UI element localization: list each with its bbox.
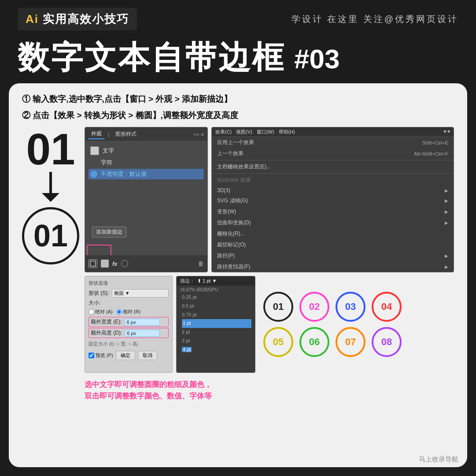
panel-icon-expand: >> bbox=[194, 132, 199, 137]
tab-appearance[interactable]: 外观 bbox=[89, 129, 104, 139]
effect-pathfinder[interactable]: 路径查找器(F) ▶ bbox=[212, 261, 454, 272]
step2-text: ② 点击【效果 > 转换为形状 > 椭圆】,调整额外宽度及高度 bbox=[22, 109, 454, 122]
panel-header: 外观 | 图形样式 >> ≡ bbox=[85, 127, 207, 141]
circle-05: 05 bbox=[263, 327, 293, 357]
row-text-label: 文字 bbox=[103, 147, 114, 155]
brand-rest: 实用高效小技巧 bbox=[39, 12, 129, 26]
fixed-size-row: 固定大小 (I): ○ 宽: ○ 高: bbox=[89, 341, 169, 347]
circle-06: 06 bbox=[299, 327, 329, 357]
extra-height-label: 额外高度 (D): bbox=[91, 329, 122, 337]
apply-last-effect[interactable]: 应用上一个效果 Shift+Ctrl+E bbox=[212, 137, 454, 148]
pt-2: 2 pt bbox=[182, 329, 190, 335]
circles-row-2: 05 06 07 08 bbox=[263, 327, 402, 357]
extra-width-input[interactable]: 6 px bbox=[125, 319, 160, 326]
last-effect[interactable]: 上一个效果 Alt+Shift+Ctrl+F bbox=[212, 148, 454, 159]
size-label: 大小: bbox=[89, 299, 100, 307]
divider1 bbox=[212, 160, 454, 160]
row-text-header: 文字 bbox=[89, 145, 204, 156]
stroke-value-display: ⬆ 1 pt ▼ bbox=[197, 278, 217, 284]
new-item-icon[interactable] bbox=[121, 260, 128, 267]
menu-help[interactable]: 帮助(H) bbox=[279, 129, 295, 135]
zoom-text: 16.67% (RGB/GPU bbox=[180, 287, 218, 292]
row-opacity[interactable]: 不透明度：默认值 bbox=[89, 169, 204, 179]
doc-raster-settings[interactable]: 文档栅格效果设置(E)... bbox=[212, 161, 454, 172]
trash-icon[interactable]: 🗑 bbox=[198, 260, 204, 267]
circle-06-text: 06 bbox=[309, 336, 320, 348]
main-title: 数字文本自带边框 bbox=[18, 37, 285, 79]
stroke-header: 描边： ⬆ 1 pt ▼ bbox=[177, 276, 255, 286]
cancel-btn[interactable]: 取消 bbox=[138, 351, 157, 360]
panel-icon-menu: ≡ bbox=[201, 132, 204, 137]
watermark: 马上收录导航 bbox=[419, 455, 458, 464]
appearance-panel: 外观 | 图形样式 >> ≡ 文字 bbox=[85, 127, 208, 272]
step1-text: ① 输入数字,选中数字,点击【窗口 > 外观 > 添加新描边】 bbox=[22, 93, 454, 106]
panel-icons: >> ≡ bbox=[194, 132, 204, 137]
panel-bottom-bar: fx 🗑 bbox=[85, 255, 207, 272]
circle-01: 01 bbox=[263, 292, 293, 322]
menu-view[interactable]: 视图(V) bbox=[236, 129, 252, 135]
circle-03: 03 bbox=[336, 292, 365, 322]
left-numbers: 01 01 bbox=[22, 127, 79, 460]
eye-icon bbox=[90, 171, 97, 178]
shape-bottom-buttons: 预览 (P) 确定 取消 bbox=[89, 351, 169, 360]
effects-panel: 效果(C) 视图(V) 窗口(W) 帮助(H) ■ ■ 应用上一个效果 Shif… bbox=[211, 127, 454, 272]
effect-warp[interactable]: 变形(W) ▶ bbox=[212, 206, 454, 217]
menu-effect[interactable]: 效果(C) bbox=[215, 129, 232, 135]
radio-relative[interactable]: 相对 (R) bbox=[116, 309, 140, 315]
effect-rasterize[interactable]: 栅格化(R)... bbox=[212, 228, 454, 239]
effect-crop-marks[interactable]: 裁切标记(O) bbox=[212, 239, 454, 250]
big-number-circle: 01 bbox=[22, 207, 79, 264]
circle-01-text: 01 bbox=[273, 301, 284, 312]
extra-height-row: 额外高度 (D): 6 px bbox=[89, 328, 169, 338]
effect-distort[interactable]: 扭曲和变换(D) ▶ bbox=[212, 217, 454, 228]
radio-absolute-input[interactable] bbox=[89, 309, 94, 315]
circle-04: 04 bbox=[372, 292, 402, 322]
bottom-caption: 选中文字即可调整圆圈的粗细及颜色， 双击即可调整数字颜色、数值、字体等 bbox=[85, 379, 454, 402]
tab-graphic-styles[interactable]: 图形样式 bbox=[113, 130, 139, 139]
stroke-icon[interactable] bbox=[89, 259, 97, 268]
pt-list: 0.25 pt 0.5 pt 0.75 pt 1 pt 2 pt 3 pt 4 … bbox=[180, 293, 251, 354]
circle-08: 08 bbox=[372, 327, 402, 357]
add-stroke-btn[interactable]: 添加新描边 bbox=[92, 227, 126, 238]
effect-3d[interactable]: 3D(3) ▶ bbox=[212, 186, 454, 195]
preview-check-input[interactable] bbox=[89, 353, 94, 358]
demo-area: 01 01 外观 bbox=[22, 127, 454, 460]
shape-type-select[interactable]: 椭圆 ▼ bbox=[112, 289, 169, 298]
confirm-btn[interactable]: 确定 bbox=[116, 351, 135, 360]
brand-text: Ai 实用高效小技巧 bbox=[26, 12, 129, 26]
right-screenshots: 外观 | 图形样式 >> ≡ 文字 bbox=[85, 127, 454, 460]
circle-08-text: 08 bbox=[381, 336, 392, 348]
shape-options-panel: 形状选项 形状 (S): 椭圆 ▼ 大小: 绝对 (A) bbox=[85, 276, 173, 373]
radio-group: 绝对 (A) 相对 (R) bbox=[89, 309, 169, 315]
caption-line2: 双击即可调整数字颜色、数值、字体等 bbox=[85, 390, 454, 402]
circle-05-text: 05 bbox=[273, 336, 284, 348]
shape-panel-title: 形状选项 bbox=[89, 280, 169, 286]
arrow-indicator bbox=[40, 172, 62, 203]
illustrator-effects-label: Illustrator 效果 bbox=[212, 175, 454, 186]
preview-label: 预览 (P) bbox=[96, 352, 113, 359]
big-number-top: 01 bbox=[26, 127, 75, 171]
preview-checkbox[interactable]: 预览 (P) bbox=[89, 352, 113, 359]
circle-02-text: 02 bbox=[309, 301, 320, 312]
svg-marker-1 bbox=[42, 193, 59, 202]
radio-absolute[interactable]: 绝对 (A) bbox=[89, 309, 113, 315]
effect-svg[interactable]: SVG 滤镜(G) ▶ bbox=[212, 195, 454, 206]
pt-075: 0.75 pt bbox=[182, 312, 197, 317]
menu-icons: ■ ■ bbox=[443, 129, 450, 135]
pt-05: 0.5 pt bbox=[182, 303, 194, 309]
row-opacity-label: 不透明度：默认值 bbox=[101, 170, 147, 178]
zoom-row: 16.67% (RGB/GPU bbox=[180, 287, 251, 292]
radio-relative-input[interactable] bbox=[116, 309, 122, 315]
fx-button[interactable]: fx bbox=[112, 260, 118, 267]
menu-window[interactable]: 窗口(W) bbox=[257, 129, 274, 135]
text-swatch bbox=[90, 146, 99, 155]
circle-04-text: 04 bbox=[381, 301, 392, 312]
effect-path[interactable]: 路径(P) ▶ bbox=[212, 250, 454, 261]
pt-1[interactable]: 1 pt bbox=[182, 319, 251, 328]
series-number: #03 bbox=[294, 43, 339, 74]
svg-rect-2 bbox=[90, 261, 96, 266]
extra-height-input[interactable]: 6 px bbox=[125, 330, 160, 337]
header: Ai 实用高效小技巧 学设计 在这里 关注@优秀网页设计 bbox=[0, 0, 476, 35]
fill-icon[interactable] bbox=[101, 260, 109, 268]
brand-tag: Ai 实用高效小技巧 bbox=[18, 8, 137, 30]
